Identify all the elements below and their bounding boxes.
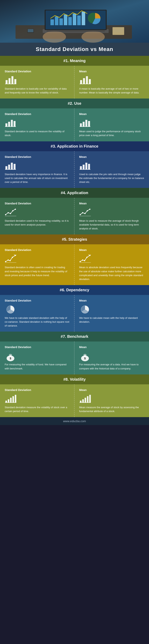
- left-icon-benchmark: $: [5, 351, 16, 361]
- svg-point-61: [84, 213, 86, 214]
- svg-rect-24: [8, 78, 10, 84]
- right-header-use: Mean: [79, 112, 144, 116]
- svg-rect-97: [89, 395, 91, 402]
- right-col-volatility: Mean Mean measure the average of stock b…: [74, 384, 149, 417]
- comparison-row-strategies: Standard Deviation Standard deviation is…: [0, 244, 149, 285]
- svg-rect-11: [77, 16, 81, 25]
- left-icon-application-finance: [5, 161, 16, 170]
- comparison-row-application: Standard Deviation Standard deviation us…: [0, 198, 149, 234]
- svg-point-68: [12, 257, 13, 258]
- section-header-use: #2. Use: [0, 98, 149, 108]
- section-title-application-finance: #3. Application in Finance: [4, 144, 145, 148]
- svg-point-66: [8, 260, 9, 261]
- svg-rect-50: [85, 163, 87, 170]
- svg-rect-90: [12, 396, 14, 402]
- right-icon-application-finance: [79, 161, 91, 170]
- right-header-application: Mean: [79, 202, 144, 205]
- right-icon-use: [79, 118, 91, 128]
- svg-point-59: [80, 214, 81, 215]
- right-col-use: Mean Mean used to judge the performance …: [74, 108, 149, 141]
- svg-point-72: [82, 260, 83, 261]
- left-icon-volatility: [5, 394, 16, 404]
- svg-point-53: [5, 214, 6, 215]
- comparison-row-benchmark: Standard Deviation $ For measuring the v…: [0, 342, 149, 374]
- left-col-application: Standard Deviation Standard deviation us…: [0, 198, 74, 234]
- left-header-application: Standard Deviation: [5, 202, 70, 205]
- svg-point-55: [10, 213, 11, 214]
- right-header-meaning: Mean: [79, 70, 144, 73]
- right-header-volatility: Mean: [79, 388, 144, 392]
- comparison-row-volatility: Standard Deviation Standard deviation me…: [0, 384, 149, 417]
- svg-rect-29: [83, 78, 85, 84]
- section-header-strategies: #5. Strategies: [0, 234, 149, 244]
- left-col-strategies: Standard Deviation Standard deviation is…: [0, 244, 74, 285]
- right-col-application: Mean Mean is used to measure the average…: [74, 198, 149, 234]
- svg-rect-7: [59, 18, 63, 25]
- right-body-use: Mean used to judge the performance of co…: [79, 130, 144, 137]
- svg-rect-48: [80, 166, 82, 170]
- svg-rect-88: [8, 399, 9, 402]
- left-icon-use: [5, 118, 16, 128]
- svg-rect-16: [46, 30, 105, 32]
- left-body-strategies: Standard deviation is often used in crea…: [5, 266, 70, 277]
- right-header-strategies: Mean: [79, 248, 144, 252]
- svg-rect-25: [12, 76, 14, 84]
- left-header-use: Standard Deviation: [5, 112, 70, 116]
- svg-point-71: [80, 261, 81, 262]
- right-icon-benchmark: $: [79, 351, 91, 361]
- right-icon-dependency: [79, 304, 91, 314]
- left-header-meaning: Standard Deviation: [5, 70, 70, 73]
- svg-rect-39: [83, 122, 84, 127]
- section-title-use: #2. Use: [4, 101, 145, 106]
- svg-rect-51: [88, 164, 90, 170]
- svg-rect-30: [86, 76, 88, 84]
- svg-rect-91: [15, 395, 16, 402]
- svg-rect-87: [6, 401, 7, 402]
- left-col-volatility: Standard Deviation Standard deviation me…: [0, 384, 74, 417]
- section-title-volatility: #8. Volatility: [4, 377, 145, 382]
- svg-rect-43: [6, 166, 7, 170]
- svg-rect-28: [80, 80, 82, 84]
- svg-rect-36: [14, 121, 16, 127]
- right-col-benchmark: Mean $ For measuring the average of a da…: [74, 342, 149, 374]
- svg-rect-45: [11, 163, 13, 170]
- svg-rect-8: [64, 14, 67, 25]
- section-header-meaning: #1. Meaning: [0, 56, 149, 66]
- svg-rect-22: [28, 29, 33, 32]
- section-header-dependency: #6. Dependency: [0, 285, 149, 295]
- left-body-benchmark: For measuring the volatility of fund. We…: [5, 363, 70, 370]
- right-body-dependency: We have to calculate mean with the help …: [79, 316, 144, 324]
- section-title-dependency: #6. Dependency: [4, 288, 145, 292]
- svg-rect-17: [112, 27, 124, 35]
- svg-rect-35: [11, 120, 13, 127]
- section-title-application: #4. Application: [4, 190, 145, 195]
- right-col-dependency: Mean We have to calculate mean with the …: [74, 295, 149, 332]
- right-body-application-finance: Used to calculate the p/e ratio and thro…: [79, 172, 144, 184]
- left-header-application-finance: Standard Deviation: [5, 155, 70, 158]
- section-header-application: #4. Application: [0, 188, 149, 198]
- page-title-bar: Standard Deviation vs Mean: [0, 43, 149, 56]
- svg-text:$: $: [84, 357, 86, 360]
- right-col-strategies: Mean Mean is absolute deviation used les…: [74, 244, 149, 285]
- svg-rect-6: [55, 16, 58, 25]
- svg-point-67: [10, 260, 11, 261]
- svg-rect-95: [84, 398, 86, 402]
- svg-point-57: [15, 209, 16, 210]
- left-col-meaning: Standard Deviation Standard deviation is…: [0, 66, 74, 98]
- hero-section: [0, 0, 149, 43]
- svg-rect-44: [8, 165, 10, 170]
- left-header-strategies: Standard Deviation: [5, 248, 70, 252]
- right-icon-volatility: [79, 394, 91, 404]
- right-body-meaning: A mean is basically the average of set o…: [79, 87, 144, 95]
- svg-rect-38: [80, 123, 82, 127]
- svg-point-14: [43, 31, 66, 43]
- left-header-dependency: Standard Deviation: [5, 299, 70, 302]
- right-icon-application: [79, 207, 91, 217]
- svg-point-15: [82, 31, 105, 43]
- svg-rect-46: [14, 164, 16, 170]
- svg-rect-49: [83, 165, 84, 170]
- right-header-application-finance: Mean: [79, 155, 144, 158]
- right-body-benchmark: For measuring the average of a data. And…: [79, 363, 144, 370]
- footer: www.educba.com: [0, 417, 149, 425]
- left-col-dependency: Standard Deviation We have to calculate …: [0, 295, 74, 332]
